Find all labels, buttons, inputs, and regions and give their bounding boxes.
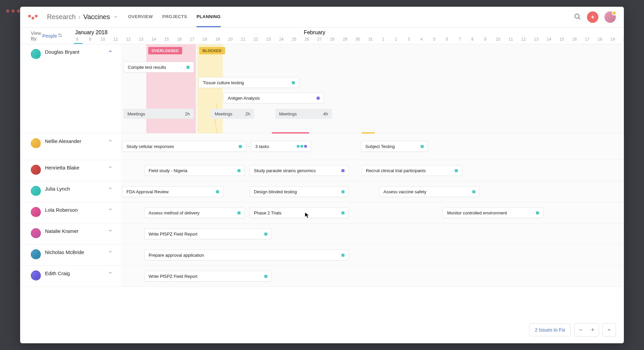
breadcrumb-parent[interactable]: Research — [47, 13, 76, 21]
tab-overview[interactable]: OVERVIEW — [128, 7, 153, 27]
task-card[interactable]: Study parasite strains genomics — [250, 165, 349, 176]
task-title: 3 tasks — [255, 144, 269, 149]
person-name[interactable]: Henrietta Blake — [45, 165, 104, 170]
view-by-value[interactable]: People — [42, 33, 57, 39]
breadcrumb: Research › Vaccines — [47, 13, 118, 21]
task-card[interactable]: Design blinded testing — [250, 186, 349, 197]
collapse-icon[interactable] — [108, 49, 113, 55]
task-title: Field study - Nigeria — [149, 168, 187, 173]
task-color-dot — [536, 211, 539, 214]
task-card[interactable]: Field study - Nigeria — [144, 165, 245, 176]
task-card[interactable]: Assess vaccine safety — [379, 186, 480, 197]
meeting-label: Meetings — [279, 111, 297, 116]
expand-icon[interactable] — [108, 270, 113, 277]
task-title: Prepare approval application — [149, 253, 204, 258]
person-row-edith: Edith Craig Write PfSPZ Field Report — [20, 266, 624, 287]
day-cell: 17 — [581, 37, 594, 42]
day-cell: 27 — [313, 37, 326, 42]
add-button[interactable] — [587, 11, 598, 23]
task-title: Compile test results — [128, 65, 166, 70]
cursor-icon — [305, 212, 310, 219]
person-row-natalie: Natalie Kramer Write PfSPZ Field Report — [20, 223, 624, 245]
breadcrumb-current[interactable]: Vaccines — [83, 13, 110, 21]
day-cell: 29 — [339, 37, 352, 42]
scroll-top-button[interactable] — [602, 323, 616, 337]
person-name[interactable]: Edith Craig — [45, 270, 104, 276]
expand-icon[interactable] — [108, 228, 113, 234]
expand-icon[interactable] — [108, 186, 113, 192]
person-row-julia: Julia Lynch FDA Approval Review Design b… — [20, 181, 624, 202]
task-card[interactable]: Assess method of delivery — [144, 207, 245, 218]
app-window: Research › Vaccines OVERVIEW PROJECTS PL… — [20, 7, 624, 343]
day-cell: 28 — [326, 37, 339, 42]
tab-planning[interactable]: PLANNING — [197, 7, 221, 27]
overloaded-block — [146, 44, 196, 133]
person-name[interactable]: Julia Lynch — [45, 186, 104, 192]
zoom-out-button[interactable]: − — [575, 323, 587, 336]
task-color-dot — [341, 254, 344, 257]
expand-icon[interactable] — [108, 165, 113, 171]
task-card[interactable]: Tissue culture testing — [199, 77, 299, 88]
day-cell: 26 — [301, 37, 313, 42]
avatar — [31, 207, 41, 217]
task-card[interactable]: Compile test results — [123, 62, 194, 72]
avatar — [31, 228, 41, 238]
task-card[interactable]: Monitor controlled environment — [443, 207, 543, 218]
task-title: Tissue culture testing — [203, 80, 244, 85]
view-by-label: View By: — [31, 31, 41, 41]
task-card[interactable]: Write PfSPZ Field Report — [144, 229, 272, 239]
month-label-1: January 2018 — [75, 30, 108, 36]
day-cell: 16 — [173, 37, 186, 42]
task-color-dot — [264, 275, 267, 278]
task-color-dot — [264, 233, 267, 236]
task-group-card[interactable]: 3 tasks — [251, 141, 311, 152]
day-cell: 11 — [109, 37, 122, 42]
task-title: Assess vaccine safety — [383, 189, 426, 194]
task-card[interactable]: FDA Approval Review — [122, 186, 223, 197]
app-logo[interactable] — [28, 15, 38, 19]
svg-point-7 — [60, 36, 61, 37]
user-avatar[interactable] — [604, 11, 616, 23]
day-cell: 11 — [504, 37, 517, 42]
background-traffic-lights — [6, 9, 20, 13]
task-color-dots — [297, 145, 307, 148]
avatar — [31, 138, 41, 148]
expand-icon[interactable] — [108, 138, 113, 144]
svg-point-6 — [59, 34, 60, 35]
task-card[interactable]: Phase 2 Trials — [250, 207, 349, 218]
day-cell: 19 — [606, 37, 619, 42]
filter-icon[interactable] — [57, 32, 63, 39]
person-row-henrietta: Henrietta Blake Field study - Nigeria St… — [20, 160, 624, 181]
issues-button[interactable]: 2 Issues to Fix — [529, 323, 571, 336]
zoom-in-button[interactable]: + — [587, 323, 599, 336]
meeting-block[interactable]: Meetings 2h — [123, 109, 194, 119]
day-cell: 15 — [160, 37, 173, 42]
task-card[interactable]: Recruit clinical trial participants — [362, 165, 462, 176]
task-card[interactable]: Study cellular responses — [122, 141, 246, 152]
avatar — [31, 270, 41, 281]
chevron-down-icon[interactable] — [113, 13, 118, 21]
person-name[interactable]: Douglas Bryant — [45, 49, 104, 55]
task-card[interactable]: Write PfSPZ Field Report — [144, 271, 272, 282]
month-label-2: February — [304, 30, 325, 36]
tab-projects[interactable]: PROJECTS — [162, 7, 187, 27]
search-icon[interactable] — [574, 13, 581, 21]
task-card[interactable]: Subject Testing — [361, 141, 428, 152]
nav-tabs: OVERVIEW PROJECTS PLANNING — [128, 7, 221, 27]
expand-icon[interactable] — [108, 207, 113, 213]
person-row-nellie: Nellie Alexander Study cellular response… — [20, 134, 624, 160]
expand-icon[interactable] — [108, 249, 113, 255]
person-name[interactable]: Lola Roberson — [45, 207, 104, 213]
task-color-dot — [421, 145, 424, 148]
day-cell: 9 — [84, 37, 97, 42]
person-name[interactable]: Nicholas McBride — [45, 249, 104, 255]
task-color-dot — [237, 211, 240, 214]
task-card[interactable]: Prepare approval application — [144, 250, 349, 260]
meeting-block[interactable]: Meetings 4h — [275, 109, 332, 119]
person-name[interactable]: Nellie Alexander — [45, 138, 104, 144]
avatar — [31, 49, 41, 59]
person-name[interactable]: Natalie Kramer — [45, 228, 104, 234]
day-cell: 30 — [352, 37, 364, 42]
meeting-block[interactable]: Meetings 2h — [211, 109, 254, 119]
day-cell: 25 — [288, 37, 301, 42]
